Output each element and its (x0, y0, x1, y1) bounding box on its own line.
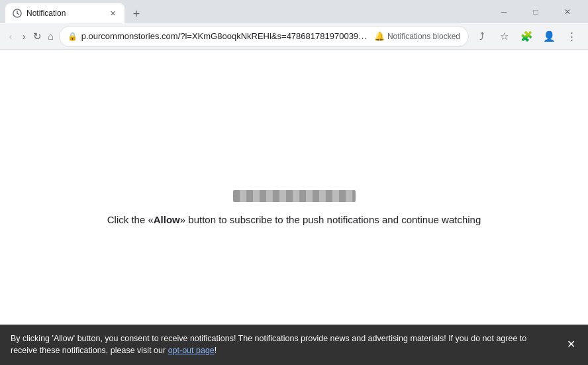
toolbar-actions: ⤴ ☆ 🧩 👤 ⋮ (471, 26, 583, 47)
banner-text-before: By clicking 'Allow' button, you consent … (11, 334, 526, 356)
menu-button[interactable]: ⋮ (562, 26, 583, 47)
browser-toolbar: ‹ › ↻ ⌂ 🔒 p.ourcommonstories.com/?l=XKmG… (0, 23, 588, 50)
allow-word: Allow (154, 214, 180, 225)
address-bar[interactable]: 🔒 p.ourcommonstories.com/?l=XKmG8ooqkNkR… (59, 26, 469, 47)
close-button[interactable]: ✕ (552, 1, 583, 23)
url-text: p.ourcommonstories.com/?l=XKmG8ooqkNkREH… (81, 31, 370, 41)
bookmark-button[interactable]: ☆ (494, 26, 515, 47)
window-controls: ─ □ ✕ (489, 1, 583, 23)
tab-title: Notification (26, 9, 103, 18)
minimize-button[interactable]: ─ (489, 1, 519, 23)
notification-consent-banner: By clicking 'Allow' button, you consent … (0, 325, 588, 366)
chrome-browser-window: Notification ✕ + ─ □ ✕ ‹ › ↻ ⌂ 🔒 p.ourco… (0, 0, 588, 365)
share-button[interactable]: ⤴ (471, 26, 493, 47)
tab-strip: Notification ✕ + (5, 0, 489, 23)
opt-out-link[interactable]: opt-out page (168, 346, 215, 355)
new-tab-button[interactable]: + (127, 5, 146, 23)
progress-bar (233, 190, 356, 202)
profile-button[interactable]: 👤 (539, 26, 560, 47)
banner-close-button[interactable]: ✕ (562, 335, 580, 354)
maximize-button[interactable]: □ (520, 1, 551, 23)
notification-blocked-indicator[interactable]: 🔔 Notifications blocked (374, 31, 460, 41)
active-tab[interactable]: Notification ✕ (5, 3, 124, 23)
forward-button[interactable]: › (19, 26, 29, 47)
progress-bar-fill (233, 190, 356, 202)
lock-icon: 🔒 (68, 32, 77, 41)
tab-favicon-icon (12, 8, 23, 19)
main-content: Click the «Allow» button to subscribe to… (0, 50, 588, 365)
tab-close-button[interactable]: ✕ (107, 8, 118, 19)
title-bar: Notification ✕ + ─ □ ✕ (0, 0, 588, 23)
extensions-button[interactable]: 🧩 (516, 26, 538, 47)
home-button[interactable]: ⌂ (46, 26, 56, 47)
main-message: Click the «Allow» button to subscribe to… (107, 214, 481, 225)
banner-text-after: ! (215, 346, 217, 355)
notification-blocked-icon: 🔔 (374, 31, 385, 41)
notification-blocked-label: Notifications blocked (387, 32, 460, 41)
banner-text: By clicking 'Allow' button, you consent … (11, 333, 554, 358)
back-button[interactable]: ‹ (5, 26, 16, 47)
refresh-button[interactable]: ↻ (32, 26, 42, 47)
